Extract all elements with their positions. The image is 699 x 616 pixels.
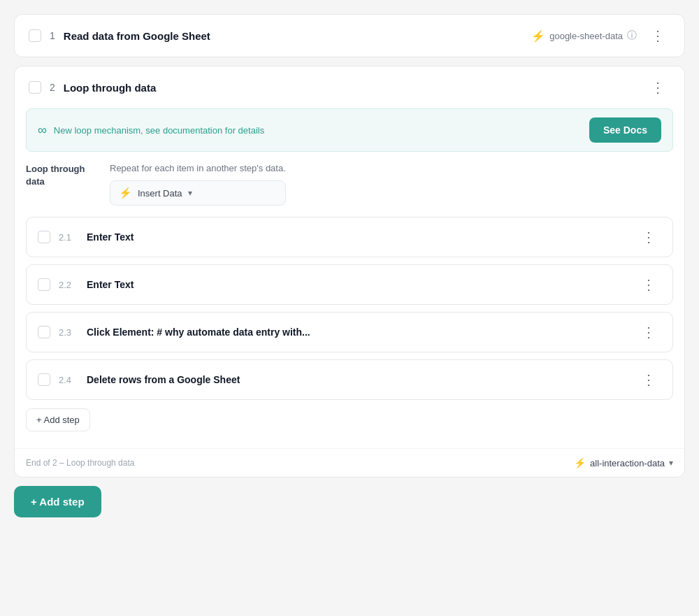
step-2-checkbox[interactable] xyxy=(29,81,41,94)
sub-steps-list: 2.1 Enter Text ⋮ 2.2 Enter Text ⋮ 2.3 Cl… xyxy=(15,217,684,400)
loop-right: Repeat for each item in another step's d… xyxy=(110,163,286,206)
all-interaction-chevron-icon: ▾ xyxy=(669,458,673,468)
substep-2-1-number: 2.1 xyxy=(59,232,78,243)
step-1-badge: ⚡ google-sheet-data ⓘ xyxy=(531,29,637,43)
loop-label: Loop throughdata xyxy=(26,163,96,188)
loop-end-text: End of 2 – Loop through data xyxy=(26,458,134,468)
chevron-down-icon: ▾ xyxy=(188,188,192,198)
loop-content: Loop throughdata Repeat for each item in… xyxy=(15,163,684,217)
insert-data-button[interactable]: ⚡ Insert Data ▾ xyxy=(110,180,286,206)
substep-2-3-number: 2.3 xyxy=(59,327,78,338)
add-step-global-button[interactable]: + Add step xyxy=(14,486,101,517)
step-1-header: 1 Read data from Google Sheet ⚡ google-s… xyxy=(15,15,684,57)
substep-2-2-checkbox[interactable] xyxy=(38,278,50,291)
all-interaction-button[interactable]: ⚡ all-interaction-data ▾ xyxy=(574,457,673,468)
step-2-number: 2 xyxy=(50,82,55,93)
substep-2-1-card: 2.1 Enter Text ⋮ xyxy=(26,217,673,257)
add-step-inner-container: + Add step xyxy=(15,400,684,440)
substep-2-2-card: 2.2 Enter Text ⋮ xyxy=(26,264,673,305)
substep-2-2-number: 2.2 xyxy=(59,280,78,290)
substep-2-1-title: Enter Text xyxy=(87,231,628,243)
substep-2-4-title: Delete rows from a Google Sheet xyxy=(87,374,628,385)
step-2-card: 2 Loop through data ⋮ ∞ New loop mechani… xyxy=(14,66,685,478)
substep-2-4-more-button[interactable]: ⋮ xyxy=(636,370,661,389)
loop-notice-banner: ∞ New loop mechanism, see documentation … xyxy=(26,108,673,152)
loop-footer: End of 2 – Loop through data ⚡ all-inter… xyxy=(15,448,684,477)
substep-2-1-more-button[interactable]: ⋮ xyxy=(636,227,661,247)
info-icon[interactable]: ⓘ xyxy=(627,29,637,42)
step-2-title: Loop through data xyxy=(64,82,637,94)
substep-2-4-card: 2.4 Delete rows from a Google Sheet ⋮ xyxy=(26,359,673,400)
loop-notice-left: ∞ New loop mechanism, see documentation … xyxy=(38,123,264,138)
substep-2-3-more-button[interactable]: ⋮ xyxy=(636,322,661,342)
step-1-badge-text: google-sheet-data xyxy=(549,31,623,41)
insert-data-label: Insert Data xyxy=(138,188,182,199)
substep-2-2-more-button[interactable]: ⋮ xyxy=(636,275,661,294)
step-1-title: Read data from Google Sheet xyxy=(64,30,523,42)
step-1-card: 1 Read data from Google Sheet ⚡ google-s… xyxy=(14,14,685,57)
all-interaction-icon: ⚡ xyxy=(574,457,586,468)
lightning-icon: ⚡ xyxy=(531,29,545,43)
infinity-icon: ∞ xyxy=(38,123,47,138)
insert-data-icon: ⚡ xyxy=(119,187,132,199)
substep-2-4-number: 2.4 xyxy=(59,375,78,385)
step-2-more-button[interactable]: ⋮ xyxy=(645,78,670,97)
substep-2-3-card: 2.3 Click Element: # why automate data e… xyxy=(26,312,673,352)
substep-2-1-checkbox[interactable] xyxy=(38,231,50,243)
substep-2-4-checkbox[interactable] xyxy=(38,373,50,386)
see-docs-button[interactable]: See Docs xyxy=(589,117,661,143)
step-1-more-button[interactable]: ⋮ xyxy=(645,26,670,45)
substep-2-2-title: Enter Text xyxy=(87,279,628,290)
add-step-inner-button[interactable]: + Add step xyxy=(26,408,90,431)
substep-2-3-title: Click Element: # why automate data entry… xyxy=(87,327,628,338)
all-interaction-label: all-interaction-data xyxy=(590,458,665,468)
step-1-number: 1 xyxy=(50,30,55,41)
step-1-checkbox[interactable] xyxy=(29,29,41,42)
loop-description: Repeat for each item in another step's d… xyxy=(110,163,286,173)
step-2-header: 2 Loop through data ⋮ xyxy=(15,66,684,108)
loop-notice-text: New loop mechanism, see documentation fo… xyxy=(54,125,264,136)
substep-2-3-checkbox[interactable] xyxy=(38,326,50,338)
